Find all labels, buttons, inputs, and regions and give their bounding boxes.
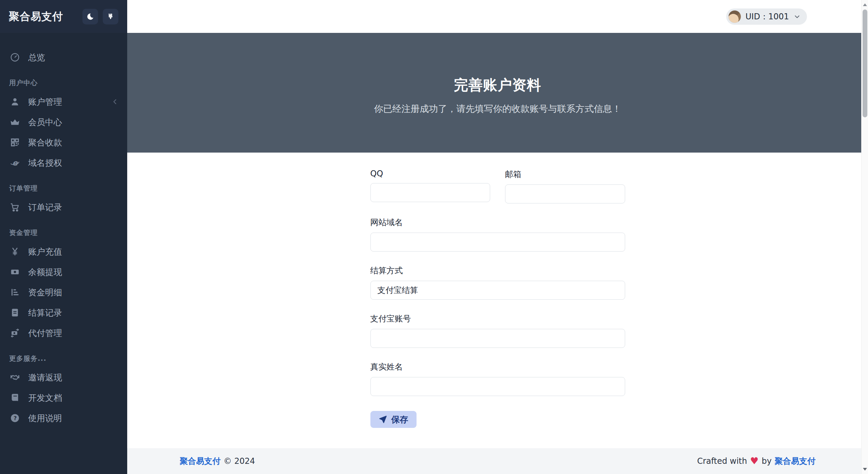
- sidebar-item-label: 结算记录: [28, 307, 62, 318]
- brand-buttons: [82, 9, 118, 24]
- sidebar-item-domain-authorization[interactable]: e 域名授权: [0, 153, 127, 173]
- settlement-method-select[interactable]: 支付宝结算: [370, 281, 625, 300]
- hero-banner: 完善账户资料 你已经注册成功了，请先填写你的收款账号与联系方式信息！: [127, 33, 868, 153]
- sidebar-item-payout-management[interactable]: 代付管理: [0, 323, 127, 343]
- footer-brand-link[interactable]: 聚合易支付: [180, 456, 220, 467]
- sidebar-item-account-management[interactable]: 账户管理: [0, 92, 127, 112]
- sidebar-item-account-recharge[interactable]: 账户充值: [0, 241, 127, 262]
- qq-label: QQ: [370, 169, 490, 178]
- domain-label: 网站域名: [370, 217, 625, 228]
- sidebar-item-label: 代付管理: [28, 328, 62, 339]
- sidebar-section-funds-management: 资金管理: [0, 228, 127, 237]
- sidebar-section-user-center: 用户中心: [0, 78, 127, 87]
- sidebar-section-order-management: 订单管理: [0, 184, 127, 193]
- browser-e-icon: e: [9, 157, 21, 169]
- sidebar-item-label: 账户管理: [28, 96, 62, 107]
- crown-icon: [9, 116, 21, 128]
- sidebar-item-balance-withdrawal[interactable]: 余额提现: [0, 262, 127, 282]
- vertical-scrollbar[interactable]: [861, 0, 868, 474]
- footer-by-text: by: [762, 456, 772, 466]
- footer-left: 聚合易支付 © 2024: [180, 456, 255, 467]
- save-button-label: 保存: [391, 414, 408, 425]
- currency-yen-icon: [9, 246, 21, 257]
- paintbrush-icon: [107, 13, 115, 21]
- footer-crafted-text: Crafted with: [697, 456, 747, 466]
- qrcode-icon: [9, 137, 21, 148]
- footer: 聚合易支付 © 2024 Crafted with ♥ by 聚合易支付: [127, 448, 868, 474]
- sidebar-item-member-center[interactable]: 会员中心: [0, 112, 127, 132]
- theme-style-button[interactable]: [103, 9, 118, 24]
- sidebar-item-label: 总览: [28, 52, 45, 63]
- main-area: UID：1001 完善账户资料 你已经注册成功了，请先填写你的收款账号与联系方式…: [127, 0, 868, 474]
- user-icon: [9, 96, 21, 107]
- heart-icon: ♥: [750, 456, 758, 466]
- moon-icon: [86, 13, 94, 21]
- book-icon: [9, 392, 21, 403]
- domain-input[interactable]: [370, 233, 625, 252]
- alipay-account-label: 支付宝账号: [370, 313, 625, 324]
- sidebar-item-usage-instructions[interactable]: ? 使用说明: [0, 408, 127, 428]
- scroll-down-arrow[interactable]: [862, 465, 868, 473]
- send-icon: [379, 415, 387, 424]
- alipay-account-input[interactable]: [370, 329, 625, 348]
- sidebar-item-label: 资金明细: [28, 287, 62, 298]
- sidebar-item-label: 使用说明: [28, 413, 62, 424]
- sidebar-item-aggregated-collection[interactable]: 聚合收款: [0, 132, 127, 153]
- app-root: 聚合易支付 总览: [0, 0, 868, 474]
- gauge-icon: [9, 52, 21, 63]
- sidebar-item-overview[interactable]: 总览: [0, 47, 127, 67]
- cash-icon: [9, 266, 21, 278]
- sidebar-item-label: 聚合收款: [28, 137, 62, 148]
- real-name-label: 真实姓名: [370, 361, 625, 372]
- settlement-method-label: 结算方式: [370, 265, 625, 276]
- sidebar-item-dev-docs[interactable]: 开发文档: [0, 388, 127, 408]
- save-button[interactable]: 保存: [370, 411, 417, 428]
- sidebar-item-settlement-records[interactable]: 结算记录: [0, 302, 127, 323]
- sidebar-item-label: 域名授权: [28, 157, 62, 169]
- hero-subtitle: 你已经注册成功了，请先填写你的收款账号与联系方式信息！: [374, 103, 621, 115]
- hero-title: 完善账户资料: [454, 76, 541, 95]
- sidebar-item-label: 账户充值: [28, 246, 62, 257]
- cart-icon: [9, 201, 21, 213]
- content-area: QQ 邮箱 网站域名 结算方式 支付宝结算: [127, 153, 868, 448]
- file-text-icon: [9, 307, 21, 318]
- footer-right: Crafted with ♥ by 聚合易支付: [697, 456, 815, 467]
- sidebar-item-label: 开发文档: [28, 392, 62, 403]
- help-circle-icon: ?: [9, 412, 21, 424]
- qq-input[interactable]: [370, 183, 490, 202]
- profile-form: QQ 邮箱 网站域名 结算方式 支付宝结算: [370, 153, 625, 448]
- email-input[interactable]: [505, 184, 625, 203]
- sidebar-item-label: 余额提现: [28, 266, 62, 278]
- chevron-down-icon: [793, 13, 801, 20]
- footer-brand-link-right[interactable]: 聚合易支付: [775, 456, 815, 467]
- sidebar-item-label: 会员中心: [28, 117, 62, 128]
- user-menu-button[interactable]: UID：1001: [726, 8, 807, 25]
- sidebar-section-more-services: 更多服务...: [0, 354, 127, 363]
- topbar: UID：1001: [127, 0, 868, 33]
- svg-text:e: e: [13, 158, 18, 167]
- scrollbar-thumb[interactable]: [863, 9, 867, 117]
- handshake-icon: [9, 372, 21, 383]
- uid-label: UID：1001: [746, 11, 789, 22]
- footer-copyright: © 2024: [224, 456, 255, 466]
- dark-mode-toggle-button[interactable]: [82, 9, 98, 24]
- sidebar-item-order-records[interactable]: 订单记录: [0, 197, 127, 217]
- real-name-input[interactable]: [370, 377, 625, 396]
- scroll-up-arrow[interactable]: [862, 1, 868, 9]
- sidebar-nav: 总览 用户中心 账户管理 会员中心: [0, 33, 127, 428]
- sidebar-brand-bar: 聚合易支付: [0, 0, 127, 33]
- chevron-left-icon: [111, 98, 119, 106]
- chart-bars-icon: [9, 287, 21, 298]
- cash-transfer-icon: [9, 327, 21, 339]
- sidebar-item-label: 邀请返现: [28, 372, 62, 383]
- sidebar-item-funds-detail[interactable]: 资金明细: [0, 282, 127, 302]
- email-label: 邮箱: [505, 169, 625, 180]
- svg-text:?: ?: [14, 415, 17, 421]
- sidebar-item-label: 订单记录: [28, 202, 62, 213]
- sidebar-item-invite-cashback[interactable]: 邀请返现: [0, 367, 127, 388]
- sidebar: 聚合易支付 总览: [0, 0, 127, 474]
- user-avatar: [728, 10, 741, 23]
- brand-logo[interactable]: 聚合易支付: [9, 9, 63, 24]
